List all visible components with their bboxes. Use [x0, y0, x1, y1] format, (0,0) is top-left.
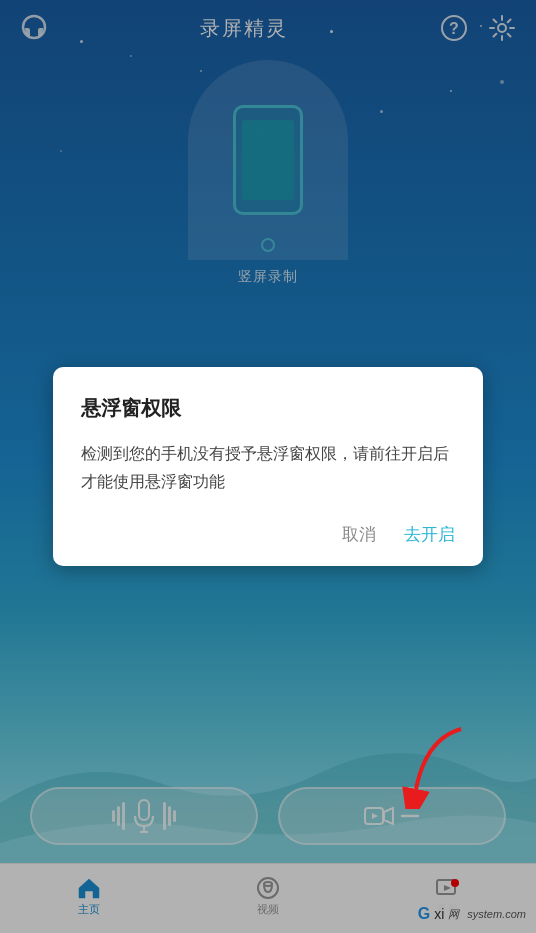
dialog-cancel-button[interactable]: 取消 — [342, 523, 376, 546]
dialog-actions: 取消 去开启 — [81, 523, 455, 546]
permission-dialog: 悬浮窗权限 检测到您的手机没有授予悬浮窗权限，请前往开启后才能使用悬浮窗功能 取… — [53, 367, 483, 565]
dialog-body: 检测到您的手机没有授予悬浮窗权限，请前往开启后才能使用悬浮窗功能 — [81, 440, 455, 494]
dialog-confirm-button[interactable]: 去开启 — [404, 523, 455, 546]
dialog-title: 悬浮窗权限 — [81, 395, 455, 422]
arrow-annotation — [396, 719, 476, 813]
